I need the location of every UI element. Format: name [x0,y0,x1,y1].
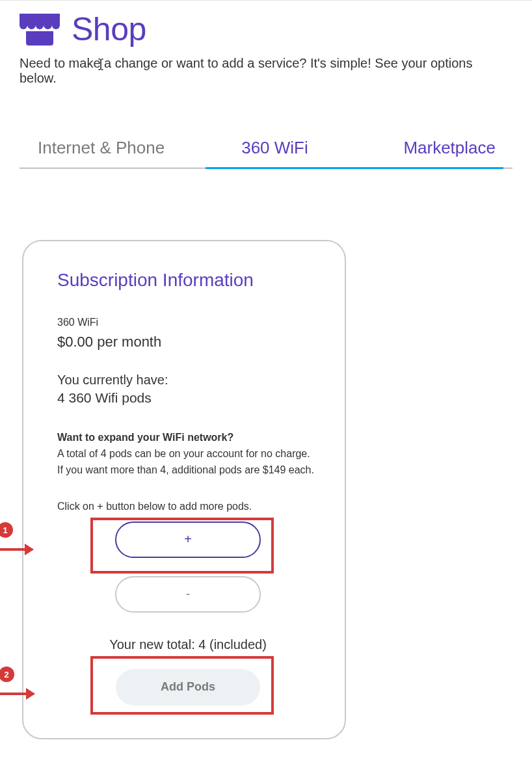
decrement-button[interactable]: - [115,576,261,613]
new-total-line: Your new total: 4 (included) [57,637,319,652]
expand-network-title: Want to expand your WiFi network? [57,432,319,443]
add-pods-instruction: Click on + button below to add more pods… [57,501,319,512]
product-name: 360 WiFi [57,317,319,328]
card-title: Subscription Information [57,270,319,291]
tabs: Internet & Phone 360 WiFi Marketplace [20,138,512,168]
annotation-arrow-icon [0,548,33,551]
tab-marketplace[interactable]: Marketplace [344,138,503,169]
expand-network-desc: A total of 4 pods can be on your account… [57,446,319,479]
tab-360-wifi[interactable]: 360 WiFi [206,138,344,169]
current-pods-label: You currently have: [57,373,319,388]
current-pods-count: 4 360 Wifi pods [57,390,319,406]
subscription-card: Subscription Information 360 WiFi $0.00 … [22,240,346,739]
page-subtitle: Need to make a change or want to add a s… [20,56,512,86]
annotation-step-1: 1 [0,522,33,551]
shop-icon [20,14,60,45]
annotation-arrow-icon [0,693,34,695]
annotation-step-2: 2 [0,667,34,695]
price-line: $0.00 per month [57,334,319,350]
increment-button[interactable]: + [115,522,261,558]
page-title: Shop [72,10,146,48]
tab-internet-phone[interactable]: Internet & Phone [20,138,206,168]
annotation-badge-2: 2 [0,667,14,682]
add-pods-button[interactable]: Add Pods [116,669,260,706]
annotation-badge-1: 1 [0,522,13,538]
